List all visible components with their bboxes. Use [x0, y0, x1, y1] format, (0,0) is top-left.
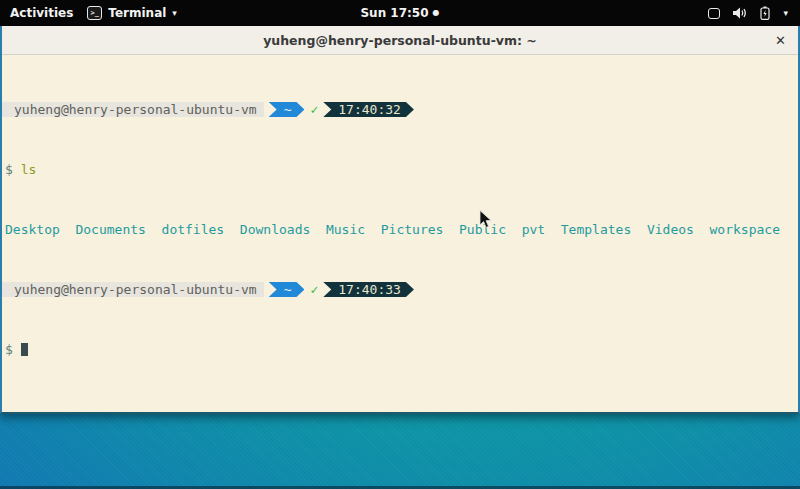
terminal-window: yuheng@henry-personal-ubuntu-vm: ~ ✕ yuh… [0, 26, 800, 414]
directory-name: Videos [647, 222, 694, 237]
ls-output-line: Desktop Documents dotfiles Downloads Mus… [2, 222, 798, 237]
directory-name: Desktop [5, 222, 60, 237]
check-icon: ✓ [310, 102, 318, 117]
chevron-down-icon: ▾ [172, 9, 177, 18]
input-line[interactable]: $ [2, 342, 798, 357]
directory-name: Downloads [240, 222, 310, 237]
directory-name: Pictures [381, 222, 444, 237]
app-menu-terminal[interactable]: >_ Terminal ▾ [87, 6, 177, 20]
directory-name: Documents [75, 222, 145, 237]
prompt-line: yuheng@henry-personal-ubuntu-vm ~ ✓ 17:4… [2, 102, 798, 117]
directory-name: dotfiles [162, 222, 225, 237]
prompt-time-segment: 17:40:33 [323, 282, 414, 297]
prompt-time-segment: 17:40:32 [323, 102, 414, 117]
prompt-line: yuheng@henry-personal-ubuntu-vm ~ ✓ 17:4… [2, 282, 798, 297]
window-titlebar[interactable]: yuheng@henry-personal-ubuntu-vm: ~ ✕ [2, 26, 798, 55]
directory-name: Public [459, 222, 506, 237]
prompt-symbol: $ [5, 162, 13, 177]
notification-dot-icon: ● [433, 9, 440, 17]
directory-name: workspace [710, 222, 780, 237]
command-line: $ ls [2, 162, 798, 177]
system-menu-chevron-icon: ▾ [783, 9, 788, 18]
prompt-dir-segment: ~ [269, 102, 305, 117]
directory-name: Music [326, 222, 365, 237]
battery-charging-icon [760, 6, 770, 20]
prompt-symbol: $ [5, 342, 13, 357]
screen-icon [708, 8, 720, 19]
prompt-dir-segment: ~ [269, 282, 305, 297]
directory-name: Templates [561, 222, 631, 237]
activities-button[interactable]: Activities [10, 6, 73, 20]
clock-menu[interactable]: Sun 17:50 ● [360, 6, 439, 20]
check-icon: ✓ [310, 282, 318, 297]
window-title: yuheng@henry-personal-ubuntu-vm: ~ [263, 33, 537, 48]
prompt-user-segment: yuheng@henry-personal-ubuntu-vm [2, 282, 264, 297]
terminal-content[interactable]: yuheng@henry-personal-ubuntu-vm ~ ✓ 17:4… [2, 55, 798, 412]
close-icon: ✕ [775, 33, 786, 48]
app-menu-label: Terminal [108, 6, 166, 20]
top-bar: Activities >_ Terminal ▾ Sun 17:50 ● [0, 0, 800, 26]
clock-label: Sun 17:50 [360, 6, 428, 20]
volume-icon [733, 7, 747, 19]
prompt-user-segment: yuheng@henry-personal-ubuntu-vm [2, 102, 264, 117]
typed-command: ls [21, 162, 37, 177]
system-status-area[interactable]: ▾ [708, 6, 800, 20]
directory-name: pvt [522, 222, 545, 237]
text-cursor [21, 343, 28, 356]
close-button[interactable]: ✕ [775, 26, 786, 55]
terminal-app-icon: >_ [87, 6, 102, 20]
